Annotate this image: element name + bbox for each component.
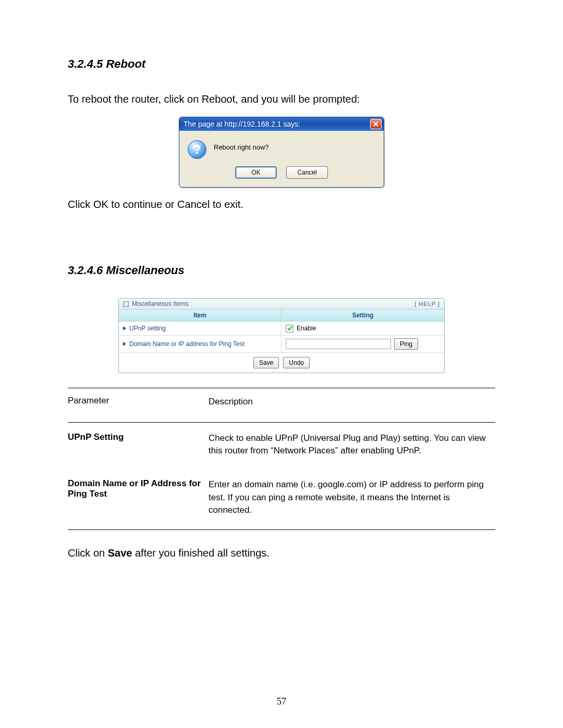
undo-button[interactable]: Undo — [283, 357, 310, 368]
param-desc: Check to enable UPnP (Universal Plug and… — [209, 432, 495, 458]
param-desc: Enter an domain name (i.e. google.com) o… — [209, 478, 495, 517]
table-header-parameter: Parameter — [68, 396, 209, 409]
save-button[interactable]: Save — [253, 357, 279, 368]
parameter-description-table: Parameter Description UPnP Setting Check… — [68, 388, 495, 530]
help-link[interactable]: [ HELP ] — [414, 301, 440, 307]
ok-button[interactable]: OK — [235, 166, 277, 179]
panel-icon — [123, 301, 129, 307]
close-icon[interactable] — [370, 119, 382, 129]
upnp-enable-label: Enable — [297, 325, 316, 332]
upnp-checkbox[interactable] — [286, 325, 293, 332]
col-header-item: Item — [119, 310, 282, 321]
panel-title: Miscellaneous Items — [132, 300, 189, 307]
ping-button[interactable]: Ping — [394, 338, 418, 350]
row-upnp: UPnP setting Enable — [119, 322, 444, 336]
question-icon: ? — [188, 140, 206, 159]
reboot-intro-text: To reboot the router, click on Reboot, a… — [68, 92, 495, 106]
dialog-message: Reboot right now? — [214, 140, 269, 151]
page-number: 57 — [0, 696, 563, 707]
table-row: Domain Name or IP Address for Ping Test … — [68, 469, 495, 530]
heading-miscellaneous: 3.2.4.6 Miscellaneous — [68, 264, 495, 277]
ping-input[interactable] — [286, 339, 391, 349]
reboot-post-dialog-text: Click OK to continue or Cancel to exit. — [68, 197, 495, 212]
cancel-button[interactable]: Cancel — [286, 166, 328, 179]
heading-reboot: 3.2.4.5 Reboot — [68, 57, 495, 71]
bullet-icon — [123, 342, 126, 346]
dialog-title: The page at http://192.168.2.1 says: — [183, 120, 300, 128]
param-name: Domain Name or IP Address for Ping Test — [68, 478, 209, 517]
table-row: UPnP Setting Check to enable UPnP (Unive… — [68, 423, 495, 469]
param-name: UPnP Setting — [68, 432, 209, 458]
row-ping: Domain Name or IP address for Ping Test … — [119, 336, 444, 353]
save-note: Click on Save after you finished all set… — [68, 546, 495, 560]
bullet-icon — [123, 326, 126, 330]
upnp-label: UPnP setting — [129, 325, 166, 332]
reboot-confirm-dialog: The page at http://192.168.2.1 says: ? R… — [179, 117, 384, 188]
ping-label: Domain Name or IP address for Ping Test — [129, 340, 244, 348]
table-header-description: Description — [209, 396, 495, 409]
miscellaneous-items-panel: Miscellaneous Items [ HELP ] Item Settin… — [118, 298, 445, 373]
col-header-setting: Setting — [282, 310, 444, 321]
